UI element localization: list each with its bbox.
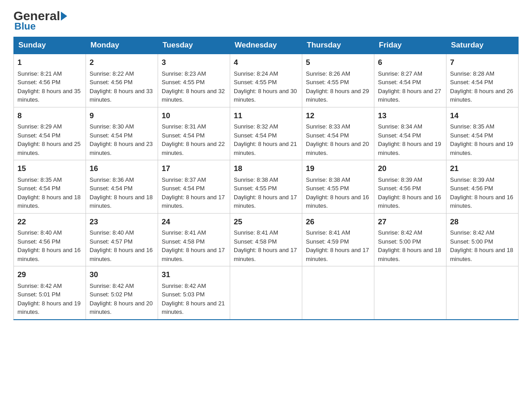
- sunrise-info: Sunrise: 8:42 AM: [162, 283, 206, 289]
- sunset-info: Sunset: 4:54 PM: [17, 132, 60, 139]
- sunrise-info: Sunrise: 8:21 AM: [17, 70, 62, 77]
- sunset-info: Sunset: 4:58 PM: [162, 238, 205, 245]
- sunrise-info: Sunrise: 8:41 AM: [162, 229, 206, 236]
- calendar-cell: [374, 266, 446, 320]
- sunset-info: Sunset: 4:56 PM: [450, 185, 493, 192]
- day-number: 19: [306, 163, 370, 175]
- sunset-info: Sunset: 4:54 PM: [378, 79, 421, 86]
- sunset-info: Sunset: 4:54 PM: [162, 132, 205, 139]
- daylight-info: Daylight: 8 hours and 33 minutes.: [90, 88, 153, 103]
- sunrise-info: Sunrise: 8:37 AM: [162, 176, 206, 183]
- weekday-header-friday: Friday: [374, 37, 446, 54]
- day-number: 8: [17, 110, 82, 122]
- calendar-cell: 18 Sunrise: 8:38 AM Sunset: 4:55 PM Dayl…: [230, 160, 302, 214]
- day-number: 22: [17, 216, 82, 228]
- daylight-info: Daylight: 8 hours and 30 minutes.: [234, 88, 297, 103]
- day-number: 30: [90, 269, 154, 281]
- sunrise-info: Sunrise: 8:35 AM: [17, 176, 62, 183]
- day-number: 28: [450, 216, 515, 228]
- daylight-info: Daylight: 8 hours and 18 minutes.: [450, 247, 513, 262]
- daylight-info: Daylight: 8 hours and 16 minutes.: [306, 194, 369, 210]
- day-number: 11: [234, 110, 298, 122]
- day-number: 17: [162, 163, 226, 175]
- sunset-info: Sunset: 4:55 PM: [162, 79, 205, 86]
- daylight-info: Daylight: 8 hours and 19 minutes.: [450, 141, 513, 156]
- sunset-info: Sunset: 4:55 PM: [234, 79, 277, 86]
- day-number: 1: [17, 57, 82, 68]
- day-number: 20: [378, 163, 442, 175]
- day-number: 15: [17, 163, 82, 175]
- sunset-info: Sunset: 4:54 PM: [450, 79, 493, 86]
- sunrise-info: Sunrise: 8:39 AM: [378, 176, 422, 183]
- daylight-info: Daylight: 8 hours and 16 minutes.: [378, 194, 441, 210]
- calendar-cell: 25 Sunrise: 8:41 AM Sunset: 4:58 PM Dayl…: [230, 213, 302, 266]
- calendar-cell: [302, 266, 374, 320]
- day-number: 18: [234, 163, 298, 175]
- daylight-info: Daylight: 8 hours and 19 minutes.: [378, 141, 441, 156]
- sunrise-info: Sunrise: 8:42 AM: [90, 283, 134, 289]
- calendar-cell: 21 Sunrise: 8:39 AM Sunset: 4:56 PM Dayl…: [446, 160, 519, 214]
- sunset-info: Sunset: 4:54 PM: [90, 132, 133, 139]
- day-number: 2: [90, 57, 154, 68]
- sunset-info: Sunset: 4:56 PM: [17, 238, 60, 245]
- weekday-header-monday: Monday: [86, 37, 158, 54]
- weekday-header-tuesday: Tuesday: [158, 37, 230, 54]
- sunrise-info: Sunrise: 8:38 AM: [234, 176, 278, 183]
- calendar-cell: 22 Sunrise: 8:40 AM Sunset: 4:56 PM Dayl…: [14, 213, 86, 266]
- daylight-info: Daylight: 8 hours and 22 minutes.: [162, 141, 225, 156]
- sunset-info: Sunset: 4:54 PM: [378, 132, 421, 139]
- calendar-cell: 11 Sunrise: 8:32 AM Sunset: 4:54 PM Dayl…: [230, 107, 302, 160]
- logo-arrow-icon: [61, 12, 67, 21]
- sunset-info: Sunset: 5:00 PM: [378, 238, 421, 245]
- calendar-cell: [446, 266, 519, 320]
- sunrise-info: Sunrise: 8:29 AM: [17, 123, 62, 130]
- sunset-info: Sunset: 4:54 PM: [162, 185, 205, 192]
- sunrise-info: Sunrise: 8:42 AM: [450, 229, 494, 236]
- calendar-cell: 31 Sunrise: 8:42 AM Sunset: 5:03 PM Dayl…: [158, 266, 230, 320]
- daylight-info: Daylight: 8 hours and 16 minutes.: [17, 247, 81, 262]
- daylight-info: Daylight: 8 hours and 17 minutes.: [162, 194, 225, 210]
- sunrise-info: Sunrise: 8:40 AM: [17, 229, 62, 236]
- calendar-cell: 6 Sunrise: 8:27 AM Sunset: 4:54 PM Dayli…: [374, 54, 446, 107]
- page-header: General Blue: [13, 9, 519, 32]
- calendar-cell: 14 Sunrise: 8:35 AM Sunset: 4:54 PM Dayl…: [446, 107, 519, 160]
- sunrise-info: Sunrise: 8:42 AM: [378, 229, 422, 236]
- day-number: 4: [234, 57, 298, 68]
- sunrise-info: Sunrise: 8:26 AM: [306, 70, 350, 77]
- day-number: 6: [378, 57, 442, 68]
- calendar-cell: 9 Sunrise: 8:30 AM Sunset: 4:54 PM Dayli…: [86, 107, 158, 160]
- logo: General Blue: [13, 9, 68, 32]
- daylight-info: Daylight: 8 hours and 17 minutes.: [306, 247, 369, 262]
- day-number: 31: [162, 269, 226, 281]
- day-number: 25: [234, 216, 298, 228]
- calendar-cell: 2 Sunrise: 8:22 AM Sunset: 4:56 PM Dayli…: [86, 54, 158, 107]
- calendar-cell: 4 Sunrise: 8:24 AM Sunset: 4:55 PM Dayli…: [230, 54, 302, 107]
- sunrise-info: Sunrise: 8:41 AM: [306, 229, 350, 236]
- sunrise-info: Sunrise: 8:23 AM: [162, 70, 206, 77]
- daylight-info: Daylight: 8 hours and 19 minutes.: [17, 300, 81, 316]
- sunset-info: Sunset: 4:56 PM: [378, 185, 421, 192]
- sunrise-info: Sunrise: 8:31 AM: [162, 123, 206, 130]
- sunset-info: Sunset: 4:57 PM: [90, 238, 133, 245]
- day-number: 29: [17, 269, 82, 281]
- sunset-info: Sunset: 5:01 PM: [17, 291, 60, 298]
- sunrise-info: Sunrise: 8:28 AM: [450, 70, 494, 77]
- sunrise-info: Sunrise: 8:40 AM: [90, 229, 134, 236]
- sunset-info: Sunset: 4:54 PM: [450, 132, 493, 139]
- calendar-cell: 5 Sunrise: 8:26 AM Sunset: 4:55 PM Dayli…: [302, 54, 374, 107]
- sunrise-info: Sunrise: 8:33 AM: [306, 123, 350, 130]
- daylight-info: Daylight: 8 hours and 16 minutes.: [90, 247, 153, 262]
- sunrise-info: Sunrise: 8:35 AM: [450, 123, 494, 130]
- calendar-cell: 20 Sunrise: 8:39 AM Sunset: 4:56 PM Dayl…: [374, 160, 446, 214]
- sunset-info: Sunset: 4:54 PM: [90, 185, 133, 192]
- sunset-info: Sunset: 4:54 PM: [17, 185, 60, 192]
- weekday-header-sunday: Sunday: [14, 37, 86, 54]
- calendar-cell: 30 Sunrise: 8:42 AM Sunset: 5:02 PM Dayl…: [86, 266, 158, 320]
- sunset-info: Sunset: 5:02 PM: [90, 291, 133, 298]
- calendar-week-row: 15 Sunrise: 8:35 AM Sunset: 4:54 PM Dayl…: [14, 160, 519, 214]
- daylight-info: Daylight: 8 hours and 20 minutes.: [90, 300, 153, 316]
- sunrise-info: Sunrise: 8:39 AM: [450, 176, 494, 183]
- daylight-info: Daylight: 8 hours and 32 minutes.: [162, 88, 225, 103]
- day-number: 3: [162, 57, 226, 68]
- daylight-info: Daylight: 8 hours and 17 minutes.: [234, 194, 297, 210]
